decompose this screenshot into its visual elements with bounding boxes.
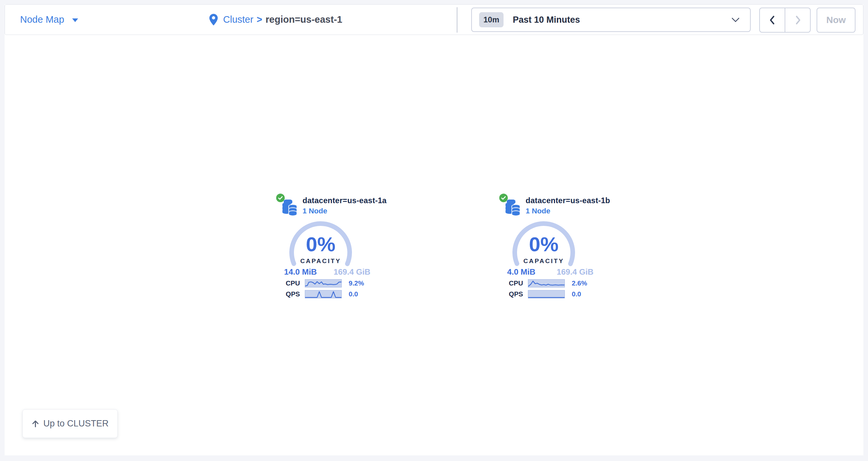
healthy-check-icon xyxy=(499,194,508,202)
time-range-badge: 10m xyxy=(479,12,503,27)
cpu-value: 9.2% xyxy=(342,279,364,287)
cpu-label: CPU xyxy=(509,279,528,287)
capacity-used: 14.0 MiB xyxy=(284,267,317,276)
metric-rows: CPU 2.6% QPS 0.0 xyxy=(509,279,587,298)
capacity-usage-row: 4.0 MiB 169.4 GiB xyxy=(507,267,593,276)
node-map-page: Node Map Cluster > region=us-east-1 10m … xyxy=(0,0,868,461)
cpu-sparkline xyxy=(305,279,342,288)
capacity-used: 4.0 MiB xyxy=(507,267,535,276)
datacenter-header: datacenter=us-east-1b 1 Node xyxy=(526,196,610,216)
view-mode-dropdown[interactable]: Node Map xyxy=(20,5,78,35)
breadcrumb-current: region=us-east-1 xyxy=(266,14,342,25)
capacity-usage-row: 14.0 MiB 169.4 GiB xyxy=(284,267,370,276)
capacity-total: 169.4 GiB xyxy=(557,267,593,276)
qps-sparkline xyxy=(305,290,342,298)
now-button[interactable]: Now xyxy=(816,7,856,33)
location-pin-icon xyxy=(209,14,218,26)
up-to-cluster-button[interactable]: Up to CLUSTER xyxy=(23,409,118,438)
qps-row: QPS 0.0 xyxy=(286,290,364,298)
metric-rows: CPU 9.2% QPS 0.0 xyxy=(286,279,364,298)
chevron-right-icon xyxy=(794,15,801,25)
breadcrumb-trail: Cluster > region=us-east-1 xyxy=(223,14,342,25)
time-next-button[interactable] xyxy=(785,8,810,32)
datacenter-title: datacenter=us-east-1b xyxy=(526,196,610,205)
qps-label: QPS xyxy=(509,290,528,298)
breadcrumb-cluster-link[interactable]: Cluster xyxy=(223,14,253,25)
chevron-down-icon xyxy=(732,18,740,22)
qps-row: QPS 0.0 xyxy=(509,290,587,298)
breadcrumb-separator: > xyxy=(257,14,262,25)
qps-value: 0.0 xyxy=(565,290,587,298)
time-range-dropdown[interactable]: 10m Past 10 Minutes xyxy=(471,7,751,32)
arrow-up-icon xyxy=(31,420,39,428)
up-to-cluster-label: Up to CLUSTER xyxy=(43,419,108,429)
qps-sparkline xyxy=(528,290,565,298)
map-canvas xyxy=(5,4,863,455)
cpu-row: CPU 9.2% xyxy=(286,279,364,288)
healthy-check-icon xyxy=(276,194,285,202)
top-bar: Node Map Cluster > region=us-east-1 10m … xyxy=(5,4,863,35)
datacenter-node-count[interactable]: 1 Node xyxy=(526,207,610,216)
capacity-total: 169.4 GiB xyxy=(334,267,370,276)
time-prev-button[interactable] xyxy=(760,8,785,32)
datacenter-group-us-east-1a[interactable]: datacenter=us-east-1a 1 Node 0% CAPACITY… xyxy=(276,193,418,303)
cpu-label: CPU xyxy=(286,279,305,287)
qps-label: QPS xyxy=(286,290,305,298)
datacenter-node-count[interactable]: 1 Node xyxy=(303,207,386,216)
chevron-left-icon xyxy=(769,15,776,25)
time-range-label: Past 10 Minutes xyxy=(513,15,580,25)
capacity-gauge-arc xyxy=(507,216,580,289)
capacity-gauge: 0% CAPACITY xyxy=(284,216,357,289)
cpu-value: 2.6% xyxy=(565,279,587,287)
datacenter-header: datacenter=us-east-1a 1 Node xyxy=(303,196,386,216)
capacity-gauge-arc xyxy=(284,216,357,289)
cpu-sparkline xyxy=(528,279,565,288)
chevron-down-icon xyxy=(72,19,78,22)
datacenter-title: datacenter=us-east-1a xyxy=(303,196,386,205)
cpu-row: CPU 2.6% xyxy=(509,279,587,288)
capacity-gauge: 0% CAPACITY xyxy=(507,216,580,289)
datacenter-group-us-east-1b[interactable]: datacenter=us-east-1b 1 Node 0% CAPACITY… xyxy=(499,193,641,303)
breadcrumb: Cluster > region=us-east-1 xyxy=(209,5,342,35)
time-nav-group xyxy=(759,7,811,33)
view-mode-label: Node Map xyxy=(20,14,64,25)
qps-value: 0.0 xyxy=(342,290,364,298)
topbar-divider xyxy=(457,7,457,33)
